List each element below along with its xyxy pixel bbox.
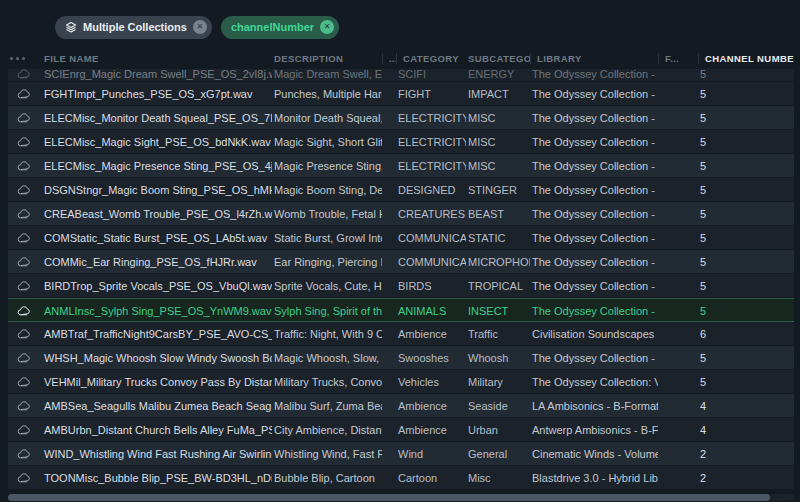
cell-description: Static Burst, Growl Into In...	[272, 232, 382, 244]
table-row[interactable]: VEHMil_Military Trucks Convoy Pass By Di…	[8, 370, 794, 394]
filter-chip-channel-number[interactable]: channelNumber ✕	[221, 16, 339, 39]
cell-library: The Odyssey Collection - Starter	[530, 184, 658, 196]
cell-description: Magic Boom Sting, Deep, ...	[272, 184, 382, 196]
cell-channel-number: 5	[698, 160, 794, 172]
cell-channel-number: 5	[698, 184, 794, 196]
column-header-category[interactable]: CATEGORY	[396, 53, 466, 64]
table-row[interactable]: FGHTImpt_Punches_PSE_OS_xG7pt.wav Punche…	[8, 82, 794, 106]
cell-library: The Odyssey Collection - Starter	[530, 160, 658, 172]
cell-subcategory: STINGER	[466, 184, 530, 196]
cell-channel-number: 2	[698, 472, 794, 484]
column-header-f[interactable]: F...	[658, 53, 698, 64]
close-icon[interactable]: ✕	[320, 20, 334, 34]
cell-subcategory: MISC	[466, 112, 530, 124]
cell-file-name: CREABeast_Womb Trouble_PSE_OS_l4rZh.wav	[42, 208, 272, 220]
table-row[interactable]: TOONMisc_Bubble Blip_PSE_BW-BD3HL_nDie8.…	[8, 466, 794, 490]
table-row[interactable]: AMBSea_Seagulls Malibu Zumea Beach Seagu…	[8, 394, 794, 418]
cloud-icon	[8, 351, 42, 365]
cell-channel-number: 4	[698, 400, 794, 412]
cell-subcategory: STATIC	[466, 232, 530, 244]
cell-description: Magic Whoosh, Slow, Win...	[272, 352, 382, 364]
cloud-icon	[8, 399, 42, 413]
column-header-file-name[interactable]: FILE NAME	[42, 53, 272, 64]
cell-category: COMMUNICATI...	[396, 256, 466, 268]
cell-category: ANIMALS	[396, 305, 466, 317]
cell-category: BIRDS	[396, 280, 466, 292]
cell-category: ELECTRICITY	[396, 136, 466, 148]
filter-chip-label: channelNumber	[231, 21, 314, 33]
close-icon[interactable]: ✕	[193, 20, 207, 34]
cell-library: Civilisation Soundscapes	[530, 328, 658, 340]
table-row[interactable]: DSGNStngr_Magic Boom Sting_PSE_OS_hMHDY.…	[8, 178, 794, 202]
table-row[interactable]: COMMic_Ear Ringing_PSE_OS_fHJRr.wav Ear …	[8, 250, 794, 274]
cell-library: Cinematic Winds - Volume 2	[530, 448, 658, 460]
cell-description: Bubble Blip, Cartoon	[272, 472, 382, 484]
table-row[interactable]: AMBUrbn_Distant Church Bells Alley FuMa_…	[8, 418, 794, 442]
cell-library: The Odyssey Collection - Starter	[530, 280, 658, 292]
cell-category: Cartoon	[396, 472, 466, 484]
filter-chip-label: Multiple Collections	[83, 21, 187, 33]
cell-subcategory: Seaside	[466, 400, 530, 412]
cell-description: Ear Ringing, Piercing High...	[272, 256, 382, 268]
cloud-icon	[8, 111, 42, 125]
cloud-icon	[8, 87, 42, 101]
table-row[interactable]: WIND_Whistling Wind Fast Rushing Air Swi…	[8, 442, 794, 466]
cell-channel-number: 5	[698, 280, 794, 292]
cell-description: Malibu Surf, Zuma Beach,...	[272, 400, 382, 412]
cloud-icon	[8, 207, 42, 221]
table-row[interactable]: CREABeast_Womb Trouble_PSE_OS_l4rZh.wav …	[8, 202, 794, 226]
cell-channel-number: 5	[698, 88, 794, 100]
cell-library: The Odyssey Collection - Starter	[530, 208, 658, 220]
table-header: FILE NAME DESCRIPTION ... CATEGORY SUBCA…	[8, 47, 794, 69]
cloud-icon	[8, 375, 42, 389]
cell-subcategory: Urban	[466, 424, 530, 436]
cell-subcategory: MISC	[466, 136, 530, 148]
cell-file-name: ELECMisc_Monitor Death Squeal_PSE_OS_7FO…	[42, 112, 272, 124]
cell-category: ELECTRICITY	[396, 160, 466, 172]
cell-file-name: WIND_Whistling Wind Fast Rushing Air Swi…	[42, 448, 272, 460]
table-row[interactable]: ELECMisc_Magic Sight_PSE_OS_bdNkK.wav Ma…	[8, 130, 794, 154]
cell-category: Ambience	[396, 424, 466, 436]
column-header-library[interactable]: LIBRARY	[530, 53, 658, 64]
cell-library: The Odyssey Collection - Starter	[530, 136, 658, 148]
layers-icon	[65, 21, 77, 33]
horizontal-scrollbar-thumb[interactable]	[8, 494, 770, 501]
cell-description: Magic Presence Sting, Ee...	[272, 160, 382, 172]
cloud-icon	[8, 231, 42, 245]
cloud-icon	[8, 447, 42, 461]
table-row[interactable]: AMBTraf_TrafficNight9CarsBY_PSE_AVO-CS_3…	[8, 322, 794, 346]
columns-menu-icon[interactable]	[8, 57, 42, 60]
table-row[interactable]: ANMLInsc_Sylph Sing_PSE_OS_YnWM9.wav Syl…	[8, 298, 794, 322]
cell-subcategory: Whoosh	[466, 352, 530, 364]
column-header-channel-number[interactable]: CHANNEL NUMBER	[698, 53, 794, 64]
horizontal-scrollbar-track[interactable]	[8, 494, 794, 501]
cell-file-name: AMBUrbn_Distant Church Bells Alley FuMa_…	[42, 424, 272, 436]
filter-chip-multiple-collections[interactable]: Multiple Collections ✕	[55, 16, 212, 39]
cell-subcategory: MISC	[466, 160, 530, 172]
cell-category: Swooshes	[396, 352, 466, 364]
cell-file-name: ELECMisc_Magic Presence Sting_PSE_OS_4jv…	[42, 160, 272, 172]
cell-description: Monitor Death Squeal, St...	[272, 112, 382, 124]
cell-description: Military Trucks, Convoy P...	[272, 376, 382, 388]
cell-channel-number: 5	[698, 112, 794, 124]
column-header-collapsed[interactable]: ...	[382, 53, 396, 64]
table-row[interactable]: ELECMisc_Monitor Death Squeal_PSE_OS_7FO…	[8, 106, 794, 130]
cell-file-name: FGHTImpt_Punches_PSE_OS_xG7pt.wav	[42, 88, 272, 100]
cell-file-name: COMMic_Ear Ringing_PSE_OS_fHJRr.wav	[42, 256, 272, 268]
cell-description: Sprite Vocals, Cute, High ...	[272, 280, 382, 292]
column-header-subcategory[interactable]: SUBCATEGORY	[466, 53, 530, 64]
column-header-description[interactable]: DESCRIPTION	[272, 53, 382, 64]
table-row[interactable]: ELECMisc_Magic Presence Sting_PSE_OS_4jv…	[8, 154, 794, 178]
cell-library: The Odyssey Collection - Starter	[530, 88, 658, 100]
table-row[interactable]: WHSH_Magic Whoosh Slow Windy Swoosh Boom…	[8, 346, 794, 370]
table-row[interactable]: BIRDTrop_Sprite Vocals_PSE_OS_VbuQl.wav …	[8, 274, 794, 298]
cell-library: The Odyssey Collection - Starter	[530, 69, 658, 80]
table-row[interactable]: SCIEnrg_Magic Dream Swell_PSE_OS_2vI8j.w…	[8, 69, 794, 82]
cell-description: Traffic: Night, With 9 Cars...	[272, 328, 382, 340]
cell-file-name: VEHMil_Military Trucks Convoy Pass By Di…	[42, 376, 272, 388]
cell-category: ELECTRICITY	[396, 112, 466, 124]
table-row[interactable]: COMStatic_Static Burst_PSE_OS_LAb5t.wav …	[8, 226, 794, 250]
cloud-icon	[8, 183, 42, 197]
cloud-icon	[8, 255, 42, 269]
cell-category: Vehicles	[396, 376, 466, 388]
